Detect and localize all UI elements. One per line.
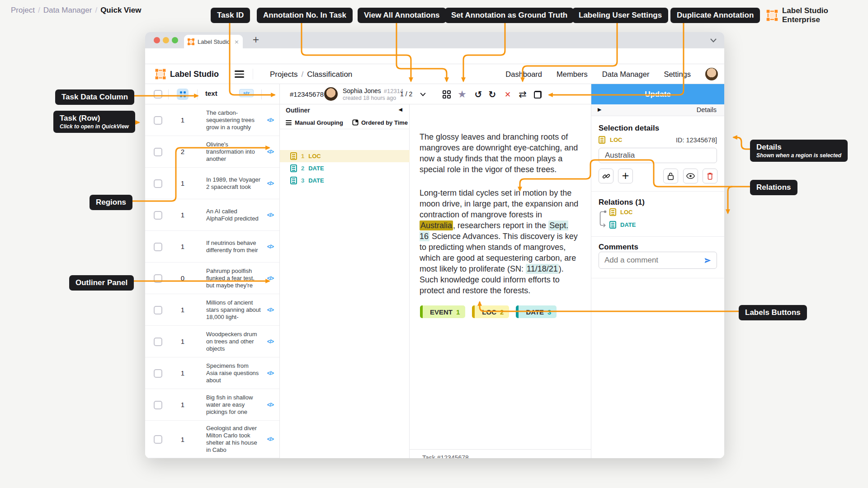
ordering-selector[interactable]: Ordered by Time <box>361 119 408 126</box>
table-row[interactable]: 1 Specimens from Asia raise questions ab… <box>145 357 279 389</box>
app-breadcrumb: Projects/Classification <box>270 70 352 79</box>
comment-box[interactable] <box>599 252 717 269</box>
paragraph: The glossy leaves and branching roots of… <box>420 131 579 175</box>
nav-item-dashboard[interactable]: Dashboard <box>505 70 542 79</box>
nav-item-settings[interactable]: Settings <box>664 70 691 79</box>
nav-item-data-manager[interactable]: Data Manager <box>602 70 650 79</box>
table-row[interactable]: 1 Woodpeckers drum on trees and other ob… <box>145 326 279 357</box>
row-text: Specimens from Asia raise questions abou… <box>206 362 261 384</box>
browser-tab[interactable]: Label Studio × <box>184 35 243 48</box>
outliner-header: Outliner ◀ <box>280 104 410 116</box>
link-icon <box>602 172 610 180</box>
code-icon: </> <box>267 149 274 155</box>
new-tab-icon[interactable]: + <box>252 35 259 44</box>
table-row[interactable]: 1 Big fish in shallow water are easy pic… <box>145 389 279 421</box>
comment-input[interactable] <box>604 256 704 265</box>
annotation-pager-chevron-down-icon[interactable] <box>420 93 426 96</box>
grouping-selector[interactable]: Manual Grouping <box>295 119 343 126</box>
relation-from-item[interactable]: LOC <box>609 208 632 216</box>
selected-region-row: LOC ID: 12345678] <box>599 136 717 144</box>
window-zoom-button[interactable] <box>172 37 178 43</box>
undo-icon[interactable]: ↺ <box>473 89 484 100</box>
reject-x-icon[interactable]: ✕ <box>502 89 513 100</box>
select-all-checkbox[interactable] <box>154 90 162 99</box>
region-text-field[interactable]: Australia <box>599 148 717 163</box>
row-checkbox[interactable] <box>154 274 162 283</box>
window-minimize-button[interactable] <box>163 37 169 43</box>
row-annotation-count: 2 <box>175 136 190 168</box>
ground-truth-star-icon[interactable]: ★ <box>457 89 467 100</box>
tab-close-icon[interactable]: × <box>234 39 239 45</box>
swap-arrows-icon[interactable]: ⇄ <box>517 89 528 100</box>
region-item-loc[interactable]: 1 LOC <box>280 150 410 162</box>
row-annotation-count: 1 <box>175 104 190 136</box>
row-checkbox[interactable] <box>154 179 162 188</box>
callout-ground-truth: Set Annotation as Ground Truth <box>445 8 574 23</box>
delete-region-button[interactable] <box>703 169 717 183</box>
region-icon <box>290 152 297 160</box>
table-row[interactable]: 1 If neutrinos behave differently from t… <box>145 231 279 263</box>
duplicate-annotation-icon[interactable] <box>532 89 543 100</box>
tab-strip-chevron-down-icon[interactable] <box>710 38 717 42</box>
callout-relations: Relations <box>750 180 797 195</box>
loc-region-highlight[interactable]: Australia <box>420 221 453 230</box>
relation-to-item[interactable]: DATE <box>609 221 636 229</box>
send-comment-icon[interactable] <box>704 257 711 264</box>
view-all-annotations-grid-icon[interactable] <box>441 89 452 100</box>
label-button-date[interactable]: DATE 3 <box>516 305 557 318</box>
row-checkbox[interactable] <box>154 306 162 314</box>
breadcrumb-data-manager[interactable]: Data Manager <box>43 6 92 14</box>
redo-icon[interactable]: ↻ <box>487 89 498 100</box>
row-checkbox[interactable] <box>154 243 162 251</box>
row-checkbox[interactable] <box>154 435 162 444</box>
region-item-date[interactable]: 2 DATE <box>280 162 410 174</box>
callout-labeling-settings: Labeling User Settings <box>572 8 668 23</box>
relation-connector-icon <box>598 209 608 230</box>
table-row[interactable]: 1 In 1989, the Voyager 2 spacecraft took… <box>145 168 279 199</box>
link-region-button[interactable] <box>599 169 613 183</box>
code-icon: </> <box>267 307 274 313</box>
row-checkbox[interactable] <box>154 148 162 156</box>
row-checkbox[interactable] <box>154 401 162 409</box>
date-region-highlight[interactable]: 11/18/21 <box>526 264 559 274</box>
callout-annotation-no: Annotation No. In Task <box>257 8 353 23</box>
browser-window: Label Studio × + ← → ↻ app.heartex.com/p… <box>145 32 724 458</box>
row-text: Millions of ancient stars spanning about… <box>206 299 261 321</box>
row-checkbox[interactable] <box>154 116 162 125</box>
breadcrumb-project[interactable]: Project <box>11 6 35 14</box>
window-close-button[interactable] <box>154 37 160 43</box>
table-row[interactable]: 1 Geologist and diver Milton Carlo took … <box>145 421 279 458</box>
add-relation-button[interactable]: + <box>618 169 633 183</box>
row-checkbox[interactable] <box>154 338 162 346</box>
table-row[interactable]: 1 Millions of ancient stars spanning abo… <box>145 294 279 326</box>
label-button-loc[interactable]: LOC 2 <box>472 305 509 318</box>
table-row[interactable]: 1 The carbon-sequestering trees grow in … <box>145 104 279 136</box>
details-expand-icon[interactable]: ▶ <box>598 107 601 112</box>
text-column-header[interactable]: text <box>205 89 217 97</box>
region-item-date[interactable]: 3 DATE <box>280 174 410 187</box>
hide-region-button[interactable] <box>683 169 698 183</box>
nav-item-members[interactable]: Members <box>557 70 588 79</box>
outliner-collapse-icon[interactable]: ◀ <box>399 107 402 112</box>
row-annotation-count: 1 <box>175 326 190 357</box>
hamburger-menu-icon[interactable] <box>235 70 244 78</box>
paragraph: Long-term tidal cycles set in motion by … <box>420 188 579 296</box>
row-checkbox[interactable] <box>154 369 162 378</box>
label-button-event[interactable]: EVENT 1 <box>420 305 465 318</box>
region-label: DATE <box>308 165 324 172</box>
table-row[interactable]: 1 An AI called AlphaFold predicted </> <box>145 199 279 231</box>
app-breadcrumb-projects[interactable]: Projects <box>270 70 297 79</box>
table-row[interactable]: 0 Pahrump poolfish flunked a fear test, … <box>145 263 279 294</box>
row-text: Olivine's transformation into another <box>206 141 261 163</box>
annotations-column-icon[interactable] <box>177 89 189 100</box>
callout-duplicate-annotation: Duplicate Annotation <box>670 8 760 23</box>
app-brand[interactable]: Label Studio <box>170 70 219 79</box>
table-row[interactable]: 2 Olivine's transformation into another … <box>145 136 279 168</box>
update-button[interactable]: Update <box>591 84 724 104</box>
row-text: In 1989, the Voyager 2 spacecraft took <box>206 176 261 191</box>
outliner-panel: Outliner ◀ Manual Grouping Ordered by Ti… <box>280 104 410 458</box>
user-avatar[interactable] <box>705 68 718 80</box>
row-text: Woodpeckers drum on trees and other obje… <box>206 331 261 352</box>
row-checkbox[interactable] <box>154 211 162 220</box>
lock-region-button[interactable] <box>663 169 678 183</box>
